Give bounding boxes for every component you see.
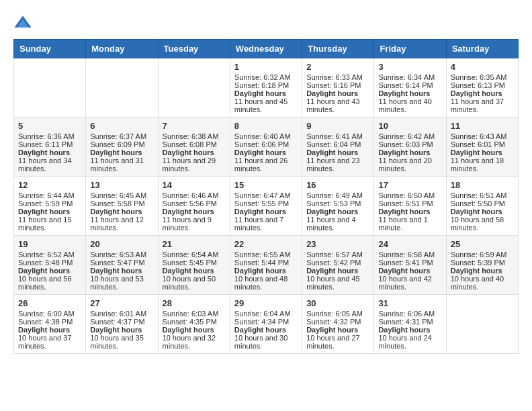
sun-time-text: Sunrise: 6:03 AM — [163, 310, 226, 318]
sun-time-text: Sunset: 5:58 PM — [90, 199, 153, 208]
calendar-week-3: 12Sunrise: 6:44 AMSunset: 5:59 PMDayligh… — [14, 177, 519, 236]
sun-time-text: Sunset: 6:03 PM — [378, 140, 441, 148]
daylight-duration: 10 hours and 27 minutes. — [306, 334, 369, 350]
daylight-text: Daylight hours — [18, 267, 81, 275]
sun-time-text: Sunset: 5:41 PM — [378, 259, 441, 267]
sun-time-text: Sunrise: 6:59 AM — [451, 250, 514, 259]
daylight-duration: 10 hours and 24 minutes. — [378, 334, 441, 350]
calendar-cell: 18Sunrise: 6:51 AMSunset: 5:50 PMDayligh… — [446, 177, 518, 236]
sun-time-text: Sunrise: 6:41 AM — [306, 132, 369, 140]
weekday-header-friday: Friday — [374, 40, 446, 58]
day-number: 7 — [163, 121, 226, 131]
sun-time-text: Sunrise: 6:05 AM — [306, 310, 369, 318]
calendar-cell: 13Sunrise: 6:45 AMSunset: 5:58 PMDayligh… — [86, 177, 158, 236]
sun-time-text: Sunset: 6:04 PM — [306, 140, 369, 148]
daylight-duration: 10 hours and 45 minutes. — [306, 275, 369, 291]
weekday-header-monday: Monday — [86, 40, 158, 58]
daylight-duration: 10 hours and 40 minutes. — [451, 275, 514, 291]
calendar-cell: 26Sunrise: 6:00 AMSunset: 4:38 PMDayligh… — [14, 295, 86, 354]
daylight-text: Daylight hours — [163, 267, 226, 275]
daylight-text: Daylight hours — [163, 148, 226, 156]
daylight-text: Daylight hours — [234, 208, 298, 216]
day-number: 8 — [234, 121, 298, 131]
sun-time-text: Sunset: 5:56 PM — [163, 199, 226, 208]
daylight-text: Daylight hours — [306, 148, 369, 156]
day-number: 18 — [451, 180, 514, 190]
daylight-text: Daylight hours — [451, 267, 514, 275]
sun-time-text: Sunrise: 6:50 AM — [378, 191, 441, 199]
sun-time-text: Sunset: 5:50 PM — [451, 199, 514, 208]
daylight-text: Daylight hours — [306, 208, 369, 216]
sun-time-text: Sunset: 6:06 PM — [234, 140, 298, 148]
day-number: 2 — [306, 62, 369, 72]
sun-time-text: Sunset: 4:37 PM — [90, 318, 153, 326]
calendar-cell: 17Sunrise: 6:50 AMSunset: 5:51 PMDayligh… — [374, 177, 446, 236]
sun-time-text: Sunrise: 6:40 AM — [234, 132, 298, 140]
day-number: 17 — [378, 180, 441, 190]
calendar-cell: 24Sunrise: 6:58 AMSunset: 5:41 PMDayligh… — [374, 236, 446, 295]
daylight-duration: 10 hours and 56 minutes. — [18, 275, 81, 291]
sun-time-text: Sunrise: 6:55 AM — [234, 250, 298, 259]
sun-time-text: Sunset: 5:47 PM — [90, 259, 153, 267]
calendar-cell: 4Sunrise: 6:35 AMSunset: 6:13 PMDaylight… — [446, 58, 518, 118]
sun-time-text: Sunset: 4:32 PM — [306, 318, 369, 326]
day-number: 5 — [18, 121, 81, 131]
daylight-text: Daylight hours — [378, 148, 441, 156]
sun-time-text: Sunset: 5:42 PM — [306, 259, 369, 267]
daylight-duration: 11 hours and 45 minutes. — [234, 97, 298, 113]
daylight-duration: 10 hours and 30 minutes. — [234, 334, 298, 350]
daylight-duration: 11 hours and 4 minutes. — [306, 216, 369, 232]
daylight-duration: 11 hours and 26 minutes. — [234, 156, 298, 173]
weekday-header-tuesday: Tuesday — [158, 40, 230, 58]
day-number: 15 — [234, 180, 298, 190]
daylight-text: Daylight hours — [306, 326, 369, 334]
calendar-cell: 19Sunrise: 6:52 AMSunset: 5:48 PMDayligh… — [14, 236, 86, 295]
day-number: 22 — [234, 239, 298, 249]
day-number: 3 — [378, 62, 441, 72]
daylight-text: Daylight hours — [234, 148, 298, 156]
sun-time-text: Sunset: 5:51 PM — [378, 199, 441, 208]
calendar-cell: 16Sunrise: 6:49 AMSunset: 5:53 PMDayligh… — [302, 177, 374, 236]
day-number: 12 — [18, 180, 81, 190]
daylight-text: Daylight hours — [378, 267, 441, 275]
calendar-table: SundayMondayTuesdayWednesdayThursdayFrid… — [13, 39, 519, 354]
daylight-text: Daylight hours — [234, 89, 298, 97]
sun-time-text: Sunset: 5:55 PM — [234, 199, 298, 208]
calendar-cell: 20Sunrise: 6:53 AMSunset: 5:47 PMDayligh… — [86, 236, 158, 295]
day-number: 6 — [90, 121, 153, 131]
daylight-text: Daylight hours — [18, 326, 81, 334]
daylight-text: Daylight hours — [18, 208, 81, 216]
logo-icon — [13, 13, 32, 32]
sun-time-text: Sunrise: 6:01 AM — [90, 310, 153, 318]
day-number: 4 — [451, 62, 514, 72]
sun-time-text: Sunrise: 6:38 AM — [163, 132, 226, 140]
calendar-cell: 30Sunrise: 6:05 AMSunset: 4:32 PMDayligh… — [302, 295, 374, 354]
sun-time-text: Sunset: 4:38 PM — [18, 318, 81, 326]
sun-time-text: Sunrise: 6:36 AM — [18, 132, 81, 140]
sun-time-text: Sunset: 6:08 PM — [163, 140, 226, 148]
calendar-cell: 21Sunrise: 6:54 AMSunset: 5:45 PMDayligh… — [158, 236, 230, 295]
sun-time-text: Sunrise: 6:43 AM — [451, 132, 514, 140]
sun-time-text: Sunset: 4:35 PM — [163, 318, 226, 326]
daylight-duration: 11 hours and 1 minute. — [378, 216, 441, 232]
weekday-header-sunday: Sunday — [14, 40, 86, 58]
day-number: 29 — [234, 298, 298, 308]
day-number: 16 — [306, 180, 369, 190]
sun-time-text: Sunset: 6:16 PM — [306, 81, 369, 89]
sun-time-text: Sunset: 6:13 PM — [451, 81, 514, 89]
day-number: 26 — [18, 298, 81, 308]
sun-time-text: Sunrise: 6:58 AM — [378, 250, 441, 259]
day-number: 24 — [378, 239, 441, 249]
weekday-header-thursday: Thursday — [302, 40, 374, 58]
daylight-text: Daylight hours — [90, 326, 153, 334]
daylight-duration: 11 hours and 34 minutes. — [18, 156, 81, 173]
sun-time-text: Sunrise: 6:37 AM — [90, 132, 153, 140]
calendar-cell — [158, 58, 230, 118]
sun-time-text: Sunrise: 6:51 AM — [451, 191, 514, 199]
daylight-duration: 11 hours and 9 minutes. — [163, 216, 226, 232]
calendar-cell: 9Sunrise: 6:41 AMSunset: 6:04 PMDaylight… — [302, 118, 374, 177]
sun-time-text: Sunrise: 6:42 AM — [378, 132, 441, 140]
calendar-cell: 8Sunrise: 6:40 AMSunset: 6:06 PMDaylight… — [230, 118, 302, 177]
weekday-header-saturday: Saturday — [446, 40, 518, 58]
sun-time-text: Sunrise: 6:04 AM — [234, 310, 298, 318]
